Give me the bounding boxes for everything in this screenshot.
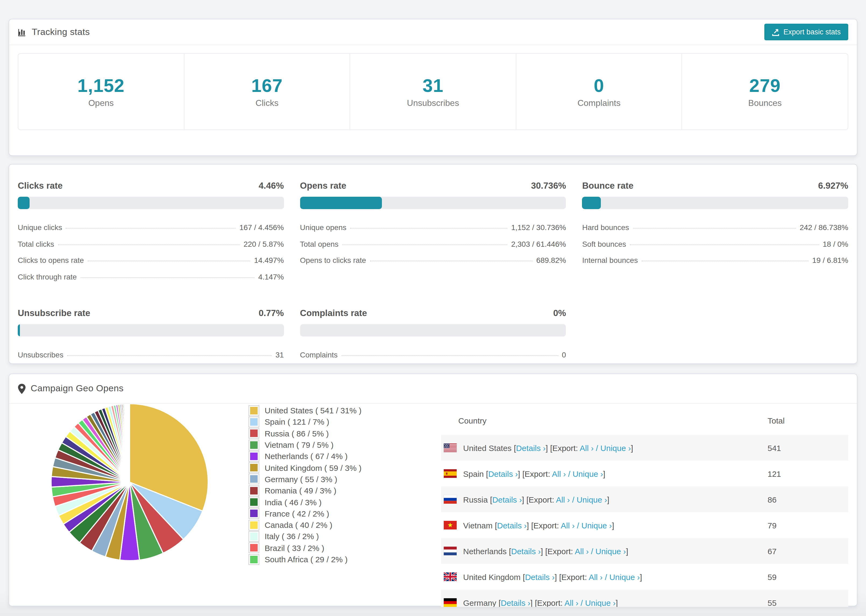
export-unique-link[interactable]: Unique › — [576, 495, 607, 504]
export-all-link[interactable]: All › — [556, 495, 570, 504]
rate-value: 0.77% — [259, 308, 284, 318]
stat-label: Complaints — [578, 98, 620, 108]
rate-detail-row: Complaints 0 — [300, 350, 566, 359]
export-all-link[interactable]: All › — [552, 469, 566, 478]
tracking-stats-header: Tracking stats Export basic stats — [9, 19, 857, 45]
rate-value: 6.927% — [818, 181, 848, 191]
rate-detail-row: Unique opens 1,152 / 30.736% — [300, 223, 566, 232]
legend-item: Germany ( 55 / 3% ) — [249, 473, 361, 485]
rate-detail-value: 18 / 0% — [823, 239, 848, 248]
geo-table-row-vn: Vietnam [Details ›] [Export: All › / Uni… — [441, 512, 848, 538]
legend-item: Romania ( 49 / 3% ) — [249, 485, 361, 497]
de-flag-icon — [444, 598, 457, 607]
export-unique-link[interactable]: Unique › — [573, 469, 603, 478]
country-name: United Kingdom — [463, 572, 520, 581]
bar-chart-icon — [18, 27, 27, 36]
country-name: Russia — [463, 495, 488, 504]
legend-swatch — [249, 462, 259, 473]
legend-label: Romania ( 49 / 3% ) — [265, 486, 337, 495]
geo-table-header: Country Total — [441, 406, 848, 435]
legend-label: Brazil ( 33 / 2% ) — [265, 543, 324, 552]
rate-detail-row: Total opens 2,303 / 61.446% — [300, 239, 566, 248]
rate-detail-row: Internal bounces 19 / 6.81% — [582, 256, 848, 264]
tracking-stats-title: Tracking stats — [32, 27, 90, 37]
ru-flag-icon — [444, 495, 457, 504]
stat-box-clicks: 167 Clicks — [184, 54, 350, 130]
legend-label: Russia ( 86 / 5% ) — [265, 429, 329, 438]
export-unique-link[interactable]: Unique › — [609, 572, 640, 581]
stat-label: Unsubscribes — [407, 98, 459, 108]
export-unique-link[interactable]: Unique › — [600, 443, 631, 452]
legend-label: Netherlands ( 67 / 4% ) — [265, 452, 348, 461]
rate-detail-label: Complaints — [300, 350, 337, 359]
us-flag-icon — [444, 443, 457, 452]
details-link[interactable]: Details › — [516, 443, 546, 452]
legend-swatch — [249, 520, 259, 530]
es-flag-icon — [444, 469, 457, 478]
geo-table-row-us: United States [Details ›] [Export: All ›… — [441, 435, 848, 460]
legend-label: Vietnam ( 79 / 5% ) — [265, 440, 334, 449]
rate-panel-opens: Opens rate 30.736% Unique opens 1,152 / … — [300, 181, 566, 289]
rate-detail-value: 31 — [276, 350, 284, 359]
rate-title: Clicks rate — [18, 181, 63, 191]
rate-detail-value: 167 / 4.456% — [239, 223, 284, 232]
country-total: 541 — [768, 443, 848, 452]
details-link[interactable]: Details › — [488, 469, 518, 478]
rate-detail-value: 4.147% — [258, 272, 284, 281]
details-link[interactable]: Details › — [525, 572, 554, 581]
legend-label: Canada ( 40 / 2% ) — [265, 520, 332, 530]
stat-label: Opens — [88, 98, 113, 108]
stat-value: 1,152 — [77, 75, 124, 96]
geo-table-row-de: Germany [Details ›] [Export: All › / Uni… — [441, 590, 848, 607]
geo-table-row-ru: Russia [Details ›] [Export: All › / Uniq… — [441, 486, 848, 512]
stat-box-bounces: 279 Bounces — [682, 54, 848, 130]
export-all-link[interactable]: All › — [561, 520, 575, 530]
dotted-leader — [342, 244, 507, 245]
legend-swatch — [249, 531, 259, 542]
rate-detail-row: Soft bounces 18 / 0% — [582, 239, 848, 248]
country-total: 79 — [768, 520, 848, 530]
rate-progress-bar — [582, 197, 848, 209]
export-unique-link[interactable]: Unique › — [581, 520, 612, 530]
rate-panel-complaints: Complaints rate 0% Complaints 0 — [300, 308, 566, 367]
dotted-leader — [642, 261, 808, 261]
dotted-leader — [630, 244, 819, 245]
details-link[interactable]: Details › — [492, 495, 522, 504]
export-separator: / — [589, 546, 595, 556]
details-link[interactable]: Details › — [511, 546, 540, 556]
export-basic-stats-button[interactable]: Export basic stats — [765, 24, 848, 40]
details-link[interactable]: Details › — [497, 520, 527, 530]
nl-flag-icon — [444, 547, 457, 555]
geo-header: Campaign Geo Opens — [9, 374, 857, 404]
rate-detail-row: Hard bounces 242 / 86.738% — [582, 223, 848, 232]
export-all-link[interactable]: All › — [575, 546, 589, 556]
geo-table-row-es: Spain [Details ›] [Export: All › / Uniqu… — [441, 460, 848, 486]
legend-swatch — [249, 485, 259, 496]
rate-detail-value: 14.497% — [254, 256, 284, 264]
rate-detail-label: Unique opens — [300, 223, 346, 232]
legend-swatch — [249, 451, 259, 462]
export-all-link[interactable]: All › — [589, 572, 603, 581]
export-all-link[interactable]: All › — [565, 598, 578, 607]
legend-label: Germany ( 55 / 3% ) — [265, 475, 337, 484]
country-total: 86 — [768, 495, 848, 504]
geo-opens-card: Campaign Geo Opens United States ( 541 /… — [9, 374, 857, 606]
export-all-link[interactable]: All › — [580, 443, 594, 452]
details-link[interactable]: Details › — [501, 598, 531, 607]
rate-detail-label: Click through rate — [18, 272, 77, 281]
rate-detail-label: Opens to clicks rate — [300, 256, 366, 264]
export-icon — [772, 28, 780, 36]
stat-value: 167 — [252, 75, 283, 96]
rate-detail-label: Hard bounces — [582, 223, 629, 232]
legend-swatch — [249, 508, 259, 519]
rate-detail-row: Total clicks 220 / 5.87% — [18, 239, 284, 248]
export-unique-link[interactable]: Unique › — [595, 546, 626, 556]
rate-progress-bar — [300, 324, 566, 336]
dotted-leader — [341, 355, 558, 356]
rate-detail-value: 2,303 / 61.446% — [511, 239, 566, 248]
legend-label: South Africa ( 29 / 2% ) — [265, 555, 348, 564]
rate-detail-label: Total clicks — [18, 239, 54, 248]
export-button-label: Export basic stats — [783, 28, 841, 36]
legend-item: France ( 42 / 2% ) — [249, 508, 361, 519]
export-unique-link[interactable]: Unique › — [585, 598, 616, 607]
